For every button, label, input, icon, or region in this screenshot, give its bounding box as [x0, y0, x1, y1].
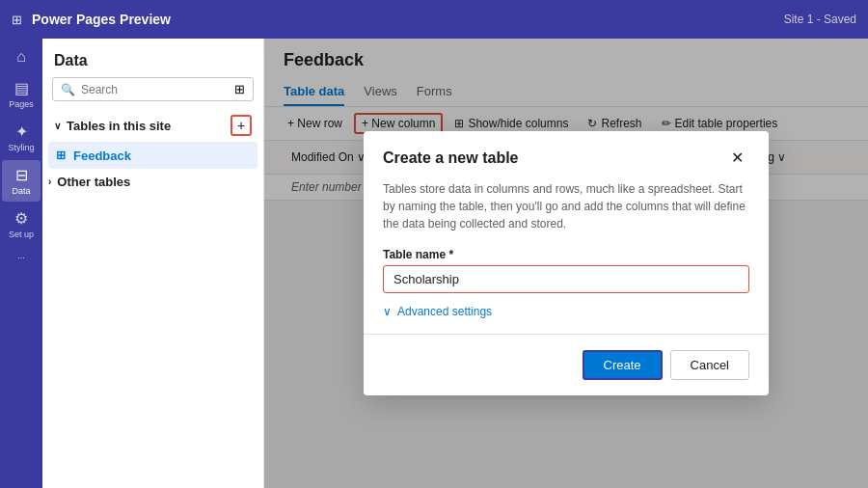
table-name-input[interactable] — [383, 265, 749, 293]
nav-item-data[interactable]: ⊟ Data — [2, 160, 41, 202]
create-button[interactable]: Create — [583, 350, 663, 380]
modal-header: Create a new table ✕ — [364, 131, 769, 180]
tables-this-site-label: Tables in this site — [67, 119, 171, 133]
chevron-right-icon: › — [48, 176, 51, 187]
pages-icon: ▤ — [14, 79, 29, 97]
feedback-label: Feedback — [73, 149, 131, 163]
sidebar: Data 🔍 ⊞ ∨ Tables in this site + ⊞ Feedb… — [42, 39, 264, 488]
left-nav: ⌂ ▤ Pages ✦ Styling ⊟ Data ⚙ Set up ··· — [0, 39, 42, 488]
sidebar-search-container: 🔍 ⊞ — [52, 77, 254, 101]
advanced-settings-toggle[interactable]: ∨ Advanced settings — [383, 305, 749, 318]
modal-footer: Create Cancel — [364, 334, 769, 395]
data-label: Data — [12, 186, 30, 196]
home-icon: ⌂ — [16, 48, 26, 66]
site-status: Site 1 - Saved — [784, 13, 856, 26]
pages-label: Pages — [9, 99, 34, 109]
nav-item-setup[interactable]: ⚙ Set up — [2, 203, 41, 245]
table-icon: ⊞ — [56, 149, 66, 162]
modal-backdrop: Create a new table ✕ Tables store data i… — [264, 39, 868, 488]
chevron-down-icon: ∨ — [383, 305, 392, 318]
nav-item-styling[interactable]: ✦ Styling — [2, 117, 41, 158]
app-grid-icon: ⊞ — [12, 13, 22, 27]
styling-label: Styling — [8, 143, 34, 152]
modal-description: Tables store data in columns and rows, m… — [383, 180, 749, 232]
table-name-field: Table name * — [383, 248, 749, 293]
modal-body: Tables store data in columns and rows, m… — [364, 180, 769, 334]
more-icon: ··· — [17, 253, 25, 262]
setup-icon: ⚙ — [14, 209, 28, 228]
data-icon: ⊟ — [15, 166, 28, 184]
create-table-modal: Create a new table ✕ Tables store data i… — [364, 131, 769, 395]
nav-item-more[interactable]: ··· — [2, 247, 41, 268]
filter-icon[interactable]: ⊞ — [234, 82, 245, 96]
advanced-settings-label: Advanced settings — [397, 305, 492, 318]
setup-label: Set up — [9, 230, 34, 239]
tables-this-site-section: ∨ Tables in this site + ⊞ Feedback ··· — [42, 109, 263, 169]
cancel-button[interactable]: Cancel — [670, 350, 749, 380]
search-icon: 🔍 — [61, 83, 75, 96]
sidebar-item-feedback[interactable]: ⊞ Feedback ··· — [48, 142, 258, 169]
nav-item-home[interactable]: ⌂ — [2, 42, 41, 71]
chevron-down-icon: ∨ — [54, 121, 61, 131]
app-title: Power Pages Preview — [32, 12, 171, 27]
topbar: ⊞ Power Pages Preview Site 1 - Saved — [0, 0, 868, 39]
content-area: Feedback Table data Views Forms + New ro… — [264, 39, 868, 488]
styling-icon: ✦ — [15, 122, 28, 141]
table-name-label: Table name * — [383, 248, 749, 261]
other-tables-label: Other tables — [57, 175, 130, 189]
nav-item-pages[interactable]: ▤ Pages — [2, 73, 41, 115]
tables-this-site-header[interactable]: ∨ Tables in this site + — [48, 109, 258, 142]
main-layout: ⌂ ▤ Pages ✦ Styling ⊟ Data ⚙ Set up ··· … — [0, 39, 868, 488]
modal-title: Create a new table — [383, 149, 519, 167]
add-table-button[interactable]: + — [231, 115, 252, 136]
search-input[interactable] — [81, 83, 229, 96]
modal-close-button[interactable]: ✕ — [725, 147, 749, 169]
other-tables-header[interactable]: › Other tables — [42, 169, 263, 195]
sidebar-title: Data — [42, 39, 263, 77]
